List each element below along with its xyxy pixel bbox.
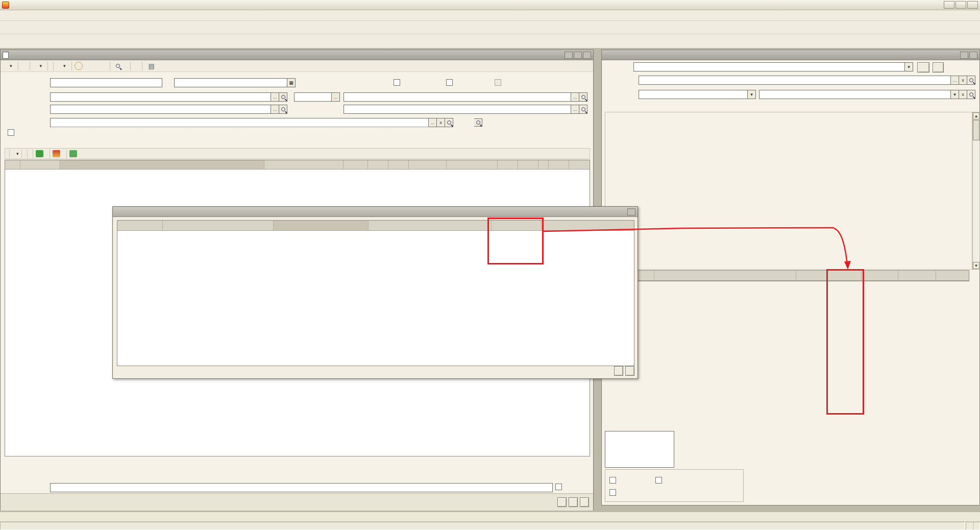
clear-x-button[interactable]: x (437, 118, 445, 127)
warehouse-value-input[interactable] (344, 92, 571, 102)
picker-help-button[interactable] (917, 62, 929, 73)
lock-editing-checkbox[interactable] (8, 129, 14, 136)
scroll-thumb[interactable] (973, 120, 979, 140)
goods-grid-header (5, 160, 590, 170)
nomenclature-picker-panel: ▾ ... x ▾ ▾ x (601, 50, 980, 505)
status-hint (0, 522, 965, 530)
doc-minimize-button[interactable] (565, 52, 573, 59)
comment-input[interactable] (50, 483, 553, 492)
list-settings-icon[interactable] (84, 61, 95, 71)
search-value-input[interactable] (759, 90, 951, 99)
customer-order-input[interactable] (50, 118, 429, 127)
open-magnifier-button[interactable] (279, 92, 287, 102)
doc-restore-button[interactable] (574, 52, 582, 59)
chevron-down-icon[interactable]: ▾ (905, 62, 913, 71)
serial-numbers-icon (36, 150, 43, 157)
nomenclature-items-table[interactable] (605, 270, 969, 281)
picker-close-button[interactable] (969, 52, 977, 59)
chevron-down-icon: ▾ (10, 63, 12, 68)
organization-input[interactable] (50, 92, 271, 102)
calendar-picker-icon[interactable]: ▦ (287, 78, 296, 87)
open-magnifier-button[interactable] (967, 76, 975, 85)
scroll-up-icon[interactable]: ▲ (973, 112, 979, 119)
ok-button[interactable] (557, 497, 567, 507)
fill-and-post-button[interactable] (133, 61, 139, 71)
application-window: ▾ ▾ ▾ ▤ ▦ (0, 0, 980, 530)
contract-input[interactable] (344, 105, 571, 114)
ask-price-checkbox[interactable] (655, 477, 662, 484)
doc-close-button[interactable] (583, 52, 591, 59)
warehouse-combo[interactable] (294, 92, 332, 102)
chevron-down-icon: ▾ (16, 151, 19, 156)
search-icon (116, 64, 120, 68)
chevron-down-icon[interactable]: ▾ (951, 90, 959, 99)
pick-mode-combo[interactable] (633, 62, 905, 71)
shipped-checkbox[interactable] (555, 484, 562, 490)
search-icon (447, 121, 451, 125)
open-magnifier-button[interactable] (579, 105, 587, 114)
contractor-input[interactable] (50, 105, 271, 114)
actions-menu-button[interactable]: ▾ (33, 61, 45, 71)
shipped-button[interactable] (69, 149, 81, 159)
structure-icon[interactable] (96, 61, 107, 71)
document-toolbar: ▾ ▾ ▾ ▤ (1, 60, 593, 72)
ellipsis-button[interactable]: ... (271, 92, 279, 102)
ellipsis-button[interactable]: ... (571, 105, 579, 114)
clear-x-button[interactable]: x (959, 76, 967, 85)
ellipsis-button[interactable]: ... (429, 118, 437, 127)
open-magnifier-button[interactable] (279, 105, 287, 114)
dialog-ok-button[interactable] (614, 366, 623, 376)
number-input[interactable] (50, 78, 162, 87)
ellipsis-button[interactable]: ... (271, 105, 279, 114)
refresh-button[interactable] (933, 62, 944, 73)
goto-menu-button[interactable]: ▾ (56, 61, 69, 71)
clear-x-button[interactable]: x (959, 90, 967, 99)
ellipsis-button[interactable]: ... (571, 92, 579, 102)
numlock-indicator (973, 522, 980, 530)
open-magnifier-button[interactable] (967, 90, 975, 99)
open-magnifier-button[interactable] (579, 92, 587, 102)
operation-menu-button[interactable]: ▾ (3, 61, 15, 71)
app-close-button[interactable] (967, 1, 978, 9)
files-button[interactable] (113, 61, 128, 71)
ask-quantity-checkbox[interactable] (609, 477, 616, 484)
image-preview-box (605, 431, 674, 468)
chevron-down-icon[interactable]: ▾ (748, 90, 756, 99)
select-table[interactable] (117, 220, 634, 366)
set-contents-icon (53, 150, 60, 157)
scroll-down-icon[interactable]: ▼ (973, 262, 979, 269)
ask-series-checkbox[interactable] (609, 489, 616, 496)
management-accounting-checkbox[interactable] (394, 79, 400, 86)
dialog-close2-button[interactable] (625, 366, 634, 376)
search-icon (581, 95, 585, 99)
open-magnifier-button[interactable] (474, 118, 482, 127)
1c-logo-icon (2, 2, 9, 9)
book-accounting-checkbox[interactable] (446, 79, 453, 86)
app-maximize-button[interactable] (955, 1, 966, 9)
nomenclature-group-input[interactable] (639, 76, 951, 85)
dialog-close-button[interactable] (627, 208, 635, 215)
ellipsis-button[interactable]: ... (951, 76, 959, 85)
tree-scrollbar[interactable]: ▲ ▼ (972, 112, 980, 270)
prices-currency-button[interactable] (21, 61, 27, 71)
open-magnifier-button[interactable] (445, 118, 453, 127)
serial-numbers-button[interactable] (36, 149, 47, 159)
search-icon (581, 107, 585, 111)
document-buttons-strip (1, 493, 593, 511)
document-icon (3, 52, 9, 59)
fill-menu-button[interactable]: ▾ (12, 149, 19, 159)
set-contents-button[interactable] (53, 149, 64, 159)
search-mode-combo[interactable] (639, 90, 748, 99)
items-table-header (605, 271, 969, 281)
goods-grid-toolbar: ▾ (5, 148, 590, 159)
dialog-titlebar (113, 207, 638, 217)
close-button[interactable] (580, 497, 589, 507)
date-input[interactable] (174, 78, 287, 87)
pin-icon[interactable] (960, 52, 968, 59)
tax-accounting-checkbox (495, 79, 501, 86)
app-minimize-button[interactable] (944, 1, 954, 9)
ellipsis-button[interactable]: ... (332, 92, 340, 102)
save-button[interactable] (569, 497, 578, 507)
issue-documents-button[interactable]: ▤ (145, 61, 160, 71)
help-icon[interactable] (75, 62, 83, 70)
